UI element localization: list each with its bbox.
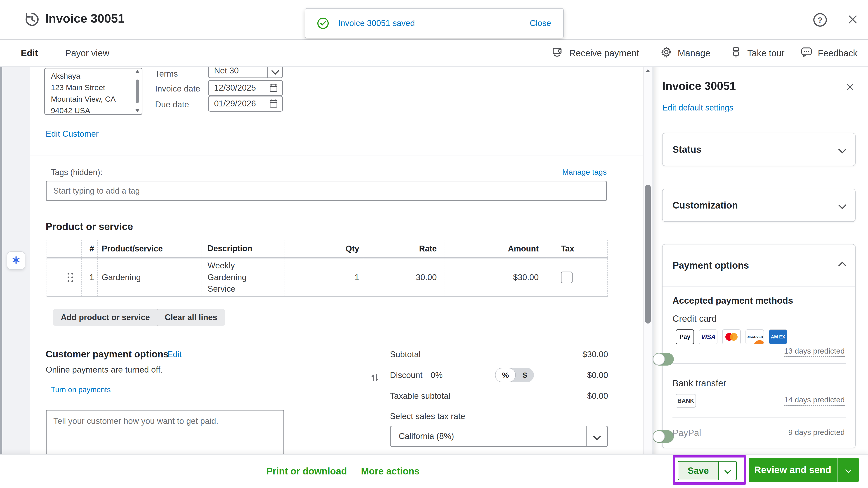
col-qty: Qty <box>285 240 364 257</box>
row-product[interactable]: Gardening <box>97 258 201 296</box>
toast-message: Invoice 30051 saved <box>338 19 415 28</box>
address-scrollbar[interactable] <box>135 70 140 113</box>
amex-icon: AM EX <box>769 329 787 344</box>
receive-payment-icon <box>552 46 564 61</box>
tour-pin-icon <box>730 46 742 61</box>
tag-input[interactable] <box>46 181 607 201</box>
customization-card[interactable]: Customization <box>662 189 856 222</box>
manage-label: Manage <box>678 48 710 58</box>
section-divider <box>30 155 652 156</box>
credit-card-toggle[interactable] <box>653 353 674 365</box>
terms-value: Net 30 <box>209 67 267 75</box>
ai-assistant-button[interactable] <box>7 251 25 270</box>
receive-payment-button[interactable]: Receive payment <box>552 40 639 66</box>
row-qty[interactable]: 1 <box>285 258 364 296</box>
apple-pay-icon: Pay <box>676 329 694 344</box>
due-date-label: Due date <box>155 100 189 109</box>
page-title: Invoice 30051 <box>45 11 125 25</box>
invoice-settings-panel: Invoice 30051 Edit default settings Stat… <box>654 67 868 454</box>
chevron-up-icon <box>838 261 846 269</box>
address-line: 94042 USA <box>51 105 131 116</box>
close-icon <box>847 13 859 26</box>
discount-label: Discount <box>390 370 423 380</box>
tab-bar: Edit Payor view Receive payment Manage <box>0 40 868 67</box>
discount-type-toggle[interactable]: % $ <box>495 368 534 382</box>
chevron-down-icon <box>724 467 731 474</box>
terms-select[interactable]: Net 30 <box>208 67 283 78</box>
status-card[interactable]: Status <box>662 133 856 166</box>
col-amount: Amount <box>444 240 546 257</box>
invoice-form-scroll-area: Akshaya 123 Main Street Mountain View, C… <box>30 67 652 454</box>
bank-badge-icon: BANK <box>676 394 696 408</box>
edit-default-settings-link[interactable]: Edit default settings <box>662 103 733 112</box>
toast-close-button[interactable]: Close <box>530 19 551 28</box>
scroll-down-arrow-icon[interactable] <box>135 109 140 112</box>
toggle-knob <box>653 353 665 365</box>
payment-options-card: Payment options Accepted payment methods… <box>662 244 856 448</box>
paypal-predicted-link[interactable]: 9 days predicted <box>788 428 845 438</box>
customer-payment-options-title: Customer payment options <box>46 349 168 360</box>
divider <box>673 417 846 418</box>
print-or-download-link[interactable]: Print or download <box>266 455 347 488</box>
payment-options-edit-link[interactable]: Edit <box>167 350 182 359</box>
dollar-option[interactable]: $ <box>516 368 534 382</box>
taxable-subtotal-value: $0.00 <box>587 391 608 401</box>
scroll-up-arrow-icon[interactable] <box>135 70 140 73</box>
section-divider <box>44 331 608 331</box>
feedback-button[interactable]: Feedback <box>800 40 858 66</box>
customer-message-textarea[interactable] <box>46 410 284 454</box>
clear-all-lines-button[interactable]: Clear all lines <box>157 309 225 326</box>
review-and-send-dropdown[interactable] <box>837 458 859 482</box>
invoice-date-input[interactable]: 12/30/2025 <box>208 80 283 96</box>
chevron-down-icon <box>838 145 846 153</box>
calendar-icon <box>268 83 279 93</box>
feedback-label: Feedback <box>818 48 858 58</box>
divider <box>673 363 846 364</box>
turn-on-payments-link[interactable]: Turn on payments <box>51 385 111 394</box>
due-date-input[interactable]: 01/29/2026 <box>208 96 283 111</box>
tab-edit[interactable]: Edit <box>21 40 38 66</box>
bank-predicted-link[interactable]: 14 days predicted <box>784 395 845 406</box>
discover-icon: DISCOVER <box>745 329 764 344</box>
scroll-up-arrow-icon[interactable] <box>646 69 650 72</box>
percent-option[interactable]: % <box>495 368 516 382</box>
receive-payment-label: Receive payment <box>569 48 639 58</box>
due-date-value: 01/29/2026 <box>209 99 268 108</box>
bank-transfer-toggle[interactable] <box>653 430 674 443</box>
content-scroll-thumb[interactable] <box>645 185 651 324</box>
address-scroll-thumb[interactable] <box>135 79 139 103</box>
col-tax: Tax <box>546 240 588 257</box>
manage-tags-link[interactable]: Manage tags <box>562 168 607 176</box>
add-product-button[interactable]: Add product or service <box>53 309 173 326</box>
window-close-button[interactable] <box>845 13 860 27</box>
manage-button[interactable]: Manage <box>660 40 710 66</box>
edit-customer-link[interactable]: Edit Customer <box>46 129 98 139</box>
save-dropdown-button[interactable] <box>718 462 736 480</box>
tax-checkbox[interactable] <box>561 271 572 283</box>
history-button[interactable] <box>23 10 41 29</box>
billing-address-box[interactable]: Akshaya 123 Main Street Mountain View, C… <box>44 68 143 115</box>
review-and-send-button[interactable]: Review and send <box>749 458 837 482</box>
tab-payor-view[interactable]: Payor view <box>65 40 110 66</box>
take-tour-button[interactable]: Take tour <box>730 40 784 66</box>
panel-close-button[interactable] <box>845 82 855 93</box>
discount-reorder-icon[interactable] <box>369 371 381 385</box>
mastercard-icon <box>722 329 741 344</box>
drag-handle[interactable] <box>59 258 81 296</box>
help-button[interactable]: ? <box>813 13 827 27</box>
table-row: 1 Gardening Weekly Gardening Service 1 3… <box>46 258 608 297</box>
sales-tax-select[interactable]: California (8%) <box>390 426 608 447</box>
top-header-bar: Invoice 30051 Invoice 30051 saved Close … <box>0 0 868 40</box>
credit-card-predicted-link[interactable]: 13 days predicted <box>784 347 845 357</box>
invoice-editor-window: Invoice 30051 Invoice 30051 saved Close … <box>0 0 868 488</box>
content-scrollbar[interactable] <box>643 67 652 454</box>
content-panel-divider <box>652 67 654 454</box>
more-actions-link[interactable]: More actions <box>361 455 420 488</box>
row-rate[interactable]: 30.00 <box>364 258 444 296</box>
payment-options-header[interactable]: Payment options <box>662 245 855 287</box>
take-tour-label: Take tour <box>747 48 784 58</box>
save-button[interactable]: Save <box>678 462 718 480</box>
row-description[interactable]: Weekly Gardening Service <box>201 258 285 296</box>
discount-percent-value[interactable]: 0% <box>431 370 442 380</box>
subtotal-label: Subtotal <box>390 350 421 359</box>
